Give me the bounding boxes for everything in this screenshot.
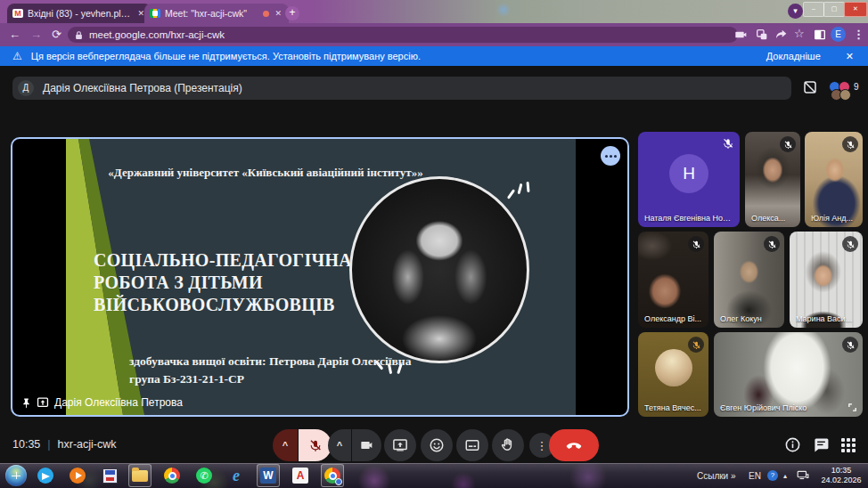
chat-button[interactable] [813, 436, 830, 453]
lock-icon [75, 30, 83, 40]
info-icon [784, 436, 801, 453]
participant-tile[interactable]: Тетяна Вячес... [638, 332, 708, 417]
window-minimize-button[interactable]: – [803, 2, 824, 17]
apps-grid-button[interactable] [841, 438, 858, 455]
start-button[interactable] [5, 465, 27, 486]
gmail-icon: M [12, 9, 23, 18]
tab-title: Вхідні (83) - yevhen.plisko@npp... [28, 8, 131, 19]
new-tab-button[interactable]: + [285, 6, 299, 20]
tray-show-hidden-icons[interactable]: ▴ [783, 463, 787, 488]
present-icon [392, 437, 408, 453]
browser-tab-meet[interactable]: Meet: "hxr-acji-cwk" ✕ [144, 4, 289, 23]
side-panel-icon[interactable] [813, 28, 827, 42]
captions-icon [464, 437, 480, 453]
presenter-avatar: Д [18, 80, 34, 96]
participant-tile[interactable]: Юлія Анд... [805, 132, 863, 227]
participant-name: Марина Васи... [796, 314, 857, 323]
slide-author-line: здобувачка вищої освіти: Петрова Дарія О… [129, 354, 411, 369]
raise-hand-button[interactable] [492, 429, 524, 461]
taskbar-word[interactable]: W [257, 464, 280, 487]
participants-stack[interactable]: 9 [827, 78, 864, 98]
presenter-name: Дарія Олексіївна Петрова [54, 396, 183, 409]
participant-tile[interactable]: Олександр Ві... [638, 232, 708, 328]
mic-off-icon [688, 337, 704, 353]
language-indicator[interactable]: EN [749, 463, 761, 488]
whatsapp-icon: ✆ [196, 468, 212, 484]
presenter-banner-label: Дарія Олексіївна Петрова (Презентація) [43, 82, 242, 94]
taskbar-acrobat[interactable]: A [289, 464, 312, 487]
captions-button[interactable] [456, 429, 488, 461]
media-player-icon [70, 468, 86, 484]
bookmark-star-icon[interactable]: ☆ [794, 27, 808, 41]
presentation-tile[interactable]: «Державний університет «Київський авіаці… [11, 137, 629, 417]
windows-taskbar: ✆ e W A Ссылки » EN ? ▴ 10:35 24.02.2026 [0, 463, 868, 488]
mic-mute-button[interactable] [299, 429, 332, 461]
banner-details-button[interactable]: Докладніше [766, 51, 821, 61]
browser-menu-icon[interactable]: ⋮ [853, 28, 864, 41]
window-maximize-button[interactable]: ▢ [823, 2, 845, 17]
links-toolbar[interactable]: Ссылки » [697, 463, 736, 488]
tray-blue-icon[interactable]: ? [767, 463, 778, 488]
avatar-photo [655, 349, 692, 386]
forward-button[interactable]: → [30, 28, 42, 41]
slide-university-line: «Державний університет «Київський авіаці… [78, 166, 453, 180]
meeting-details-button[interactable] [784, 436, 801, 453]
taskbar-internet-explorer[interactable]: e [225, 464, 248, 487]
camera-options-button[interactable]: ^ [328, 429, 351, 461]
camera-button[interactable] [352, 429, 381, 461]
effects-off-icon[interactable] [802, 79, 818, 95]
profile-badge-icon [335, 478, 342, 485]
address-bar[interactable]: meet.google.com/hxr-acji-cwk [68, 27, 738, 43]
warning-icon: ⚠ [12, 50, 22, 62]
taskbar-floppy-app[interactable] [98, 464, 121, 487]
taskbar-telegram[interactable] [34, 464, 57, 487]
tab-search-button[interactable]: ▾ [788, 4, 803, 19]
present-screen-button[interactable] [384, 429, 416, 461]
slide-group-line: група Бз-231-21-1-СР [129, 372, 244, 386]
reactions-button[interactable] [421, 429, 453, 461]
taskbar-media-player[interactable] [66, 464, 89, 487]
ie-icon: e [233, 467, 240, 485]
folder-icon [132, 470, 148, 482]
participant-tile[interactable]: Євген Юрійович Пліско [714, 332, 863, 417]
participant-tile[interactable]: Марина Васи... [790, 232, 863, 328]
presenter-banner[interactable]: Д Дарія Олексіївна Петрова (Презентація) [12, 77, 791, 100]
participant-avatar-mini [839, 89, 851, 101]
tab-close-icon[interactable]: ✕ [273, 9, 283, 18]
mic-off-icon [842, 236, 858, 252]
participant-name: Тетяна Вячес... [644, 403, 703, 412]
meeting-time: 10:35 [12, 438, 40, 451]
window-close-button[interactable]: ✕ [844, 2, 867, 17]
presenter-name-overlay: Дарія Олексіївна Петрова [21, 396, 183, 409]
tray-network-icon[interactable] [797, 463, 809, 488]
clock-time: 10:35 [818, 466, 864, 476]
participant-tile[interactable]: Олег Кокун [714, 232, 784, 328]
tile-options-button[interactable] [601, 146, 620, 166]
share-icon[interactable] [774, 28, 789, 42]
participant-name: Олекса... [751, 214, 795, 223]
back-button[interactable]: ← [9, 28, 20, 41]
end-call-button[interactable] [549, 429, 599, 461]
taskbar-chrome[interactable] [160, 464, 184, 487]
banner-text: Ця версія вебпереглядача більше не підтр… [31, 51, 766, 61]
taskbar-whatsapp[interactable]: ✆ [192, 464, 216, 487]
banner-close-icon[interactable]: ✕ [846, 51, 854, 62]
mic-options-button[interactable]: ^ [273, 429, 298, 461]
participant-tile[interactable]: ННаталя Євгенівна Нові... [638, 132, 740, 227]
reload-button[interactable]: ⟳ [52, 28, 61, 41]
clock-date: 24.02.2026 [818, 476, 864, 485]
profile-avatar[interactable]: E [831, 27, 846, 42]
taskbar-file-explorer[interactable] [128, 464, 151, 487]
taskbar-clock[interactable]: 10:35 24.02.2026 [818, 466, 864, 485]
camera-indicator-icon[interactable] [734, 28, 749, 42]
emoji-icon [429, 437, 445, 453]
shared-slide: «Державний університет «Київський авіаці… [66, 139, 576, 415]
slide-title: СОЦІАЛЬНО-ПЕДАГОГІЧНА РОБОТА З ДІТЬМИ ВІ… [94, 249, 352, 316]
participant-name: Наталя Євгенівна Нові... [644, 214, 734, 223]
participant-tile[interactable]: Олекса... [745, 132, 800, 227]
taskbar-chrome-profile[interactable] [321, 464, 344, 487]
browser-titlebar: M Вхідні (83) - yevhen.plisko@npp... ✕ M… [0, 0, 868, 23]
browser-tab-gmail[interactable]: M Вхідні (83) - yevhen.plisko@npp... ✕ [7, 4, 151, 23]
mic-off-icon [688, 236, 704, 252]
extension-icon[interactable] [755, 28, 769, 42]
